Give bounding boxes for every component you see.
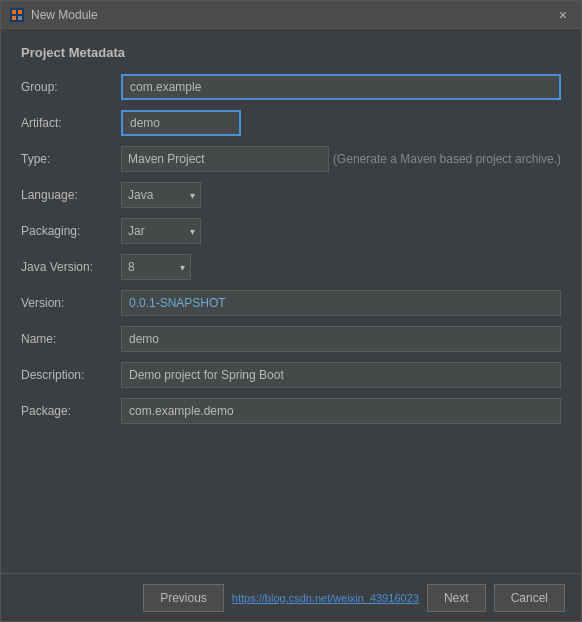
svg-rect-2 (18, 10, 22, 14)
name-field[interactable] (121, 326, 561, 352)
group-label: Group: (21, 80, 121, 94)
version-label: Version: (21, 296, 121, 310)
group-row: Group: (21, 74, 561, 100)
packaging-row: Packaging: Jar War ▾ (21, 218, 561, 244)
language-select-wrapper: Java Kotlin Groovy ▾ (121, 182, 201, 208)
watermark-link[interactable]: https://blog.csdn.net/weixin_43916023 (232, 592, 419, 604)
package-label: Package: (21, 404, 121, 418)
previous-button[interactable]: Previous (143, 584, 224, 612)
next-button[interactable]: Next (427, 584, 486, 612)
description-field[interactable] (121, 362, 561, 388)
description-label: Description: (21, 368, 121, 382)
java-version-label: Java Version: (21, 260, 121, 274)
language-select[interactable]: Java Kotlin Groovy (121, 182, 201, 208)
artifact-row: Artifact: (21, 110, 561, 136)
artifact-field[interactable] (121, 110, 241, 136)
type-select-wrapper: Maven Project Gradle Project (Generate a… (121, 146, 561, 172)
new-module-dialog: New Module × Project Metadata Group: Art… (0, 0, 582, 622)
type-label: Type: (21, 152, 121, 166)
java-version-select[interactable]: 8 11 17 (121, 254, 191, 280)
name-row: Name: (21, 326, 561, 352)
svg-rect-3 (12, 16, 16, 20)
package-field[interactable] (121, 398, 561, 424)
close-button[interactable]: × (553, 6, 573, 24)
cancel-button[interactable]: Cancel (494, 584, 565, 612)
packaging-select-wrapper: Jar War ▾ (121, 218, 201, 244)
version-field[interactable] (121, 290, 561, 316)
packaging-label: Packaging: (21, 224, 121, 238)
type-select[interactable]: Maven Project Gradle Project (121, 146, 329, 172)
title-bar: New Module × (1, 1, 581, 29)
title-bar-text: New Module (31, 8, 553, 22)
description-row: Description: (21, 362, 561, 388)
type-description: (Generate a Maven based project archive.… (333, 152, 561, 166)
section-title: Project Metadata (21, 45, 561, 60)
dialog-content: Project Metadata Group: Artifact: Type: … (1, 29, 581, 573)
language-row: Language: Java Kotlin Groovy ▾ (21, 182, 561, 208)
svg-rect-4 (18, 16, 22, 20)
packaging-select[interactable]: Jar War (121, 218, 201, 244)
intellij-icon (9, 7, 25, 23)
java-version-select-wrapper: 8 11 17 ▾ (121, 254, 191, 280)
artifact-label: Artifact: (21, 116, 121, 130)
name-label: Name: (21, 332, 121, 346)
package-row: Package: (21, 398, 561, 424)
bottom-bar: Previous https://blog.csdn.net/weixin_43… (1, 573, 581, 621)
svg-rect-1 (12, 10, 16, 14)
group-field[interactable] (121, 74, 561, 100)
language-label: Language: (21, 188, 121, 202)
java-version-row: Java Version: 8 11 17 ▾ (21, 254, 561, 280)
version-row: Version: (21, 290, 561, 316)
type-row: Type: Maven Project Gradle Project (Gene… (21, 146, 561, 172)
